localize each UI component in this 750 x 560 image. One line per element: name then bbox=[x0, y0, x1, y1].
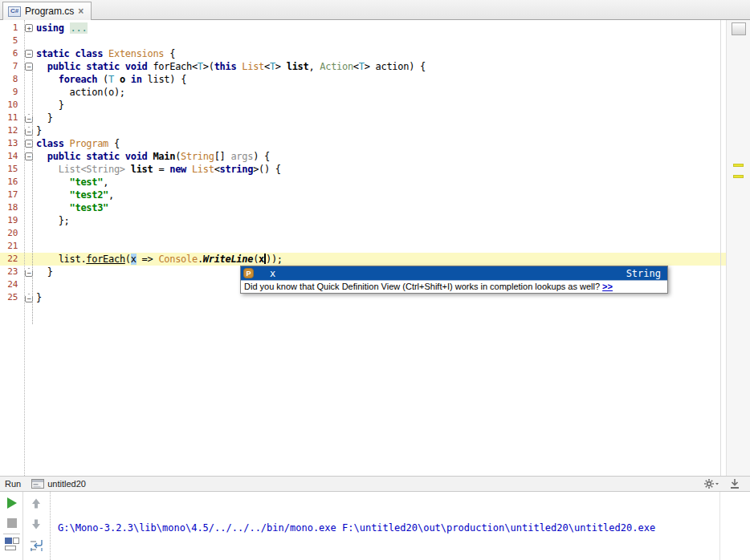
code-text: action(o); bbox=[36, 86, 726, 99]
code-text: } bbox=[36, 124, 726, 137]
code-token: this bbox=[214, 61, 243, 72]
code-token: } bbox=[36, 266, 53, 278]
stripe-warning-mark[interactable] bbox=[733, 175, 744, 178]
line-number[interactable]: 13 bbox=[0, 137, 22, 150]
run-console[interactable]: G:\Mono-3.2.3\lib\mono\4.5/../../../bin/… bbox=[0, 492, 750, 560]
code-token bbox=[125, 164, 131, 175]
line-number[interactable]: 25 bbox=[0, 291, 22, 304]
code-token: string bbox=[220, 164, 254, 175]
hide-panel-icon[interactable] bbox=[729, 478, 740, 489]
line-number[interactable]: 18 bbox=[0, 201, 22, 214]
code-line-19[interactable]: 19 }; bbox=[0, 214, 726, 227]
code-token: x bbox=[259, 254, 264, 265]
code-text: class Program { bbox=[36, 137, 726, 150]
line-number[interactable]: 10 bbox=[0, 99, 22, 112]
completion-item-selected[interactable]: P x String bbox=[241, 266, 667, 280]
code-line-17[interactable]: 17 "test2", bbox=[0, 189, 726, 201]
code-text: } bbox=[36, 99, 726, 112]
console-scrollbar-track[interactable] bbox=[719, 492, 720, 560]
run-button[interactable] bbox=[7, 497, 17, 509]
code-line-22[interactable]: 22 list.forEach(x => Console.WriteLine(x… bbox=[0, 253, 726, 266]
code-token: T bbox=[198, 61, 203, 72]
run-tab-untitled20[interactable]: untitled20 bbox=[29, 478, 91, 489]
code-line-18[interactable]: 18 "test3" bbox=[0, 201, 726, 214]
completion-item-type: String bbox=[626, 268, 661, 279]
code-line-13[interactable]: 13−class Program { bbox=[0, 137, 726, 150]
code-token bbox=[36, 74, 59, 85]
settings-gear-icon[interactable] bbox=[703, 478, 719, 489]
code-line-14[interactable]: 14− public static void Main(String[] arg… bbox=[0, 150, 726, 163]
scrollbar-thumb[interactable] bbox=[732, 22, 746, 35]
code-token: >() { bbox=[253, 164, 281, 175]
code-token: List bbox=[242, 61, 264, 72]
line-number[interactable]: 14 bbox=[0, 150, 22, 163]
stop-button[interactable] bbox=[7, 518, 17, 528]
tab-program-cs[interactable]: C# Program.cs × bbox=[2, 2, 92, 20]
line-number[interactable]: 5 bbox=[0, 34, 22, 47]
line-number[interactable]: 17 bbox=[0, 189, 22, 201]
line-number[interactable]: 6 bbox=[0, 47, 22, 60]
parameter-icon: P bbox=[243, 268, 254, 278]
code-token: Extensions bbox=[108, 48, 164, 59]
fold-minus-icon[interactable]: − bbox=[25, 50, 33, 58]
line-number[interactable]: 1 bbox=[0, 22, 22, 34]
code-line-8[interactable]: 8 foreach (T o in list) { bbox=[0, 73, 726, 86]
fold-guide-line bbox=[32, 69, 33, 324]
editor-scrollbar[interactable] bbox=[726, 20, 750, 476]
console-side-toolbar bbox=[23, 492, 51, 560]
line-number[interactable]: 23 bbox=[0, 266, 22, 278]
code-text: } bbox=[36, 112, 726, 124]
line-number[interactable]: 20 bbox=[0, 227, 22, 240]
code-editor[interactable]: 1+using ...56−static class Extensions {7… bbox=[0, 20, 726, 476]
soft-wrap-icon[interactable] bbox=[30, 539, 43, 552]
line-number[interactable]: 7 bbox=[0, 60, 22, 73]
code-token: } bbox=[36, 99, 64, 111]
line-number[interactable]: 12 bbox=[0, 124, 22, 137]
code-token: ) { bbox=[253, 151, 270, 162]
code-line-15[interactable]: 15 List<String> list = new List<string>(… bbox=[0, 163, 726, 176]
line-number[interactable]: 19 bbox=[0, 214, 22, 227]
line-number[interactable]: 21 bbox=[0, 240, 22, 253]
console-icon bbox=[31, 479, 44, 489]
line-number[interactable]: 9 bbox=[0, 86, 22, 99]
up-stack-trace-icon[interactable] bbox=[31, 497, 42, 509]
close-tab-icon[interactable]: × bbox=[78, 6, 84, 16]
completion-popup: P x String Did you know that Quick Defin… bbox=[240, 266, 668, 294]
stripe-warning-mark[interactable] bbox=[733, 164, 744, 167]
code-line-16[interactable]: 16 "test", bbox=[0, 176, 726, 189]
code-line-6[interactable]: 6−static class Extensions { bbox=[0, 47, 726, 60]
fold-plus-icon[interactable]: + bbox=[25, 24, 33, 32]
code-text: public static void forEach<T>(this List<… bbox=[36, 60, 726, 73]
code-line-1[interactable]: 1+using ... bbox=[0, 22, 726, 34]
code-line-9[interactable]: 9 action(o); bbox=[0, 86, 726, 99]
restore-layout-icon[interactable] bbox=[5, 538, 19, 550]
code-token: action(o); bbox=[36, 87, 125, 98]
code-token: > bbox=[275, 61, 287, 72]
line-number[interactable]: 16 bbox=[0, 176, 22, 189]
code-text: }; bbox=[36, 214, 726, 227]
line-number[interactable]: 22 bbox=[0, 253, 22, 266]
line-number[interactable]: 24 bbox=[0, 278, 22, 291]
csharp-file-icon: C# bbox=[8, 6, 21, 17]
code-line-20[interactable]: 20 bbox=[0, 227, 726, 240]
code-token: WriteLine bbox=[203, 254, 253, 265]
code-line-5[interactable]: 5 bbox=[0, 34, 726, 47]
line-number[interactable]: 15 bbox=[0, 163, 22, 176]
hint-more-link[interactable]: >> bbox=[602, 282, 613, 291]
line-number[interactable]: 11 bbox=[0, 112, 22, 124]
code-line-21[interactable]: 21 bbox=[0, 240, 726, 253]
code-token: list bbox=[287, 61, 309, 72]
code-line-10[interactable]: 10 } bbox=[0, 99, 726, 112]
code-text: "test3" bbox=[36, 201, 726, 214]
run-tab-label: untitled20 bbox=[47, 479, 86, 489]
down-stack-trace-icon[interactable] bbox=[31, 518, 42, 530]
gutter-separator bbox=[24, 20, 25, 476]
code-token: foreach bbox=[59, 74, 103, 85]
code-line-11[interactable]: 11− } bbox=[0, 112, 726, 124]
code-line-7[interactable]: 7− public static void forEach<T>(this Li… bbox=[0, 60, 726, 73]
code-line-12[interactable]: 12−} bbox=[0, 124, 726, 137]
code-text: public static void Main(String[] args) { bbox=[36, 150, 726, 163]
code-token: "test3" bbox=[70, 202, 108, 213]
line-number[interactable]: 8 bbox=[0, 73, 22, 86]
code-token: { bbox=[108, 138, 120, 149]
